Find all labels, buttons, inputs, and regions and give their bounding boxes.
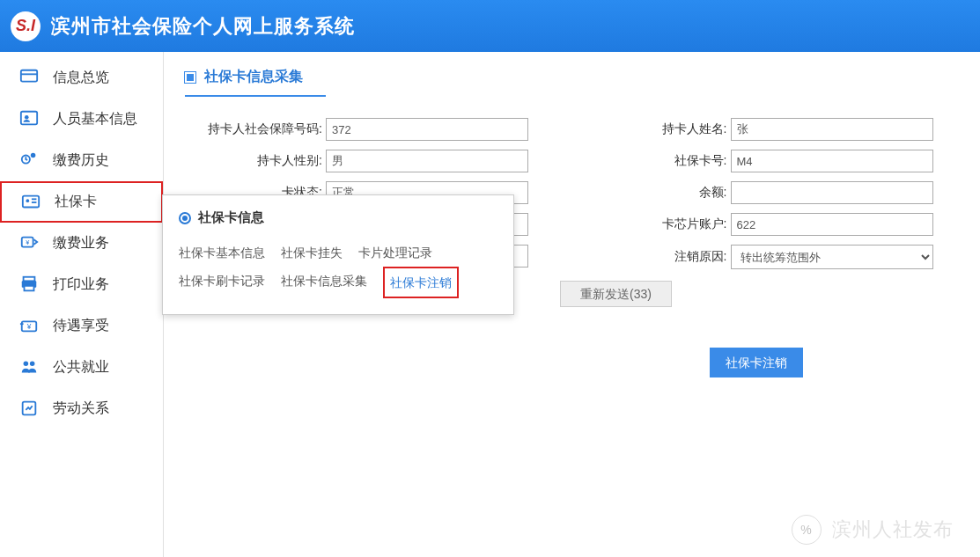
name-input[interactable] <box>731 118 933 141</box>
gender-label: 持卡人性别: <box>185 153 326 169</box>
labor-icon <box>18 399 41 418</box>
sidebar-item-label: 缴费业务 <box>53 234 109 253</box>
svg-rect-0 <box>21 70 37 82</box>
sidebar-item-history[interactable]: 缴费历史 <box>0 140 163 181</box>
sidebar: 信息总览 人员基本信息 缴费历史 社保卡 ¥ 缴费业务 <box>0 52 164 557</box>
popup-link-collect[interactable]: 社保卡信息采集 <box>281 267 367 298</box>
svg-rect-14 <box>25 286 34 291</box>
cancel-reason-label: 注销原因: <box>590 249 731 265</box>
history-icon <box>18 150 41 170</box>
sidebar-item-label: 缴费历史 <box>53 151 109 170</box>
popup-link-loss[interactable]: 社保卡挂失 <box>281 238 343 267</box>
page-title: 社保卡信息采集 <box>185 68 326 97</box>
chip-label: 卡芯片账户: <box>590 216 731 232</box>
name-label: 持卡人姓名: <box>590 121 731 137</box>
sidebar-item-overview[interactable]: 信息总览 <box>0 57 163 99</box>
app-title: 滨州市社会保险个人网上服务系统 <box>51 13 355 40</box>
card-icon <box>19 193 42 212</box>
sidebar-item-label: 待遇享受 <box>53 317 109 335</box>
employment-icon <box>18 357 41 377</box>
watermark: % 滨州人社发布 <box>792 515 954 545</box>
benefit-icon: ¥ <box>18 316 41 335</box>
popup-link-basic[interactable]: 社保卡基本信息 <box>179 238 265 267</box>
sidebar-item-label: 信息总览 <box>53 69 109 87</box>
watermark-text: 滨州人社发布 <box>832 517 954 543</box>
sidebar-item-label: 人员基本信息 <box>53 110 137 128</box>
balance-label: 余额: <box>590 185 731 201</box>
title-marker-icon <box>185 72 195 83</box>
sidebar-item-label: 打印业务 <box>53 275 109 294</box>
card-submenu-popup: 社保卡信息 社保卡基本信息 社保卡挂失 卡片处理记录 社保卡刷卡记录 社保卡信息… <box>162 194 514 315</box>
cancel-reason-select[interactable]: 转出统筹范围外 <box>731 245 933 269</box>
page-title-text: 社保卡信息采集 <box>204 68 303 86</box>
payment-icon: ¥ <box>18 233 41 253</box>
app-logo: S.I <box>11 11 41 41</box>
svg-point-18 <box>24 362 28 367</box>
cancel-card-button[interactable]: 社保卡注销 <box>710 348 803 377</box>
print-icon <box>18 275 41 294</box>
sidebar-item-label: 公共就业 <box>53 358 109 377</box>
gender-input[interactable] <box>326 150 528 172</box>
balance-input[interactable] <box>731 181 933 204</box>
chip-input[interactable] <box>731 213 933 236</box>
ssn-input[interactable] <box>326 118 528 141</box>
sidebar-item-label: 劳动关系 <box>53 399 109 418</box>
svg-text:¥: ¥ <box>26 238 30 246</box>
sidebar-item-print[interactable]: 打印业务 <box>0 264 163 305</box>
sidebar-item-card[interactable]: 社保卡 <box>0 181 163 223</box>
sidebar-item-benefit[interactable]: ¥ 待遇享受 <box>0 305 163 347</box>
svg-rect-2 <box>21 112 37 125</box>
main-content: 社保卡信息采集 持卡人社会保障号码: 持卡人性别: 卡状态: <box>164 52 980 557</box>
svg-point-19 <box>30 362 34 367</box>
resend-button[interactable]: 重新发送(33) <box>560 281 672 307</box>
popup-title: 社保卡信息 <box>179 209 497 226</box>
sidebar-item-payment[interactable]: ¥ 缴费业务 <box>0 223 163 264</box>
radio-dot-icon <box>179 212 191 224</box>
svg-point-7 <box>26 199 30 202</box>
wechat-icon: % <box>792 515 822 545</box>
svg-point-3 <box>25 115 29 120</box>
person-icon <box>18 109 41 128</box>
sidebar-item-employment[interactable]: 公共就业 <box>0 347 163 388</box>
app-header: S.I 滨州市社会保险个人网上服务系统 <box>0 0 980 52</box>
popup-link-record[interactable]: 卡片处理记录 <box>358 238 432 267</box>
svg-text:¥: ¥ <box>26 323 32 331</box>
popup-link-cancel[interactable]: 社保卡注销 <box>383 267 459 298</box>
popup-title-text: 社保卡信息 <box>198 209 264 226</box>
sidebar-item-person[interactable]: 人员基本信息 <box>0 99 163 140</box>
svg-rect-12 <box>24 277 35 282</box>
ssn-label: 持卡人社会保障号码: <box>185 121 326 137</box>
sidebar-item-label: 社保卡 <box>55 193 97 211</box>
svg-point-5 <box>31 153 36 158</box>
sidebar-item-labor[interactable]: 劳动关系 <box>0 388 163 429</box>
cardno-label: 社保卡号: <box>590 153 731 169</box>
cardno-input[interactable] <box>731 150 933 172</box>
popup-links: 社保卡基本信息 社保卡挂失 卡片处理记录 社保卡刷卡记录 社保卡信息采集 社保卡… <box>179 238 497 298</box>
overview-icon <box>18 68 41 87</box>
popup-link-swipe[interactable]: 社保卡刷卡记录 <box>179 267 265 298</box>
